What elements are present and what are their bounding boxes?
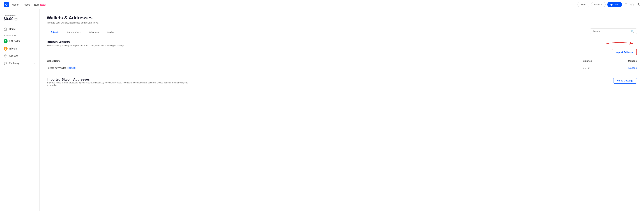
sidebar-balance: Total Balance $0.00 ▾ bbox=[0, 13, 39, 24]
wallets-section-title: Bitcoin Wallets bbox=[47, 40, 125, 44]
exchange-icon bbox=[4, 61, 7, 65]
balance-chevron[interactable]: ▾ bbox=[14, 17, 18, 20]
cell-manage: Manage bbox=[619, 66, 637, 69]
wallet-name-text: Private Key Wallet bbox=[47, 67, 66, 69]
imported-section: Imported Bitcoin Addresses Imported fund… bbox=[47, 78, 637, 86]
topnav-home[interactable]: Home bbox=[12, 3, 18, 6]
logo[interactable] bbox=[4, 2, 9, 7]
balance-label: Total Balance bbox=[4, 14, 36, 16]
manage-link[interactable]: Manage bbox=[628, 67, 637, 69]
imported-section-desc: Imported funds are not protected by your… bbox=[47, 81, 190, 86]
btc-icon: ₿ bbox=[4, 47, 8, 51]
search-input[interactable] bbox=[592, 30, 630, 33]
trade-button[interactable]: ⊕ Trade bbox=[607, 2, 622, 7]
verify-message-button[interactable]: Verify Message bbox=[613, 78, 637, 84]
topnav-prices[interactable]: Prices bbox=[23, 3, 30, 6]
imported-header-row: Imported Bitcoin Addresses Imported fund… bbox=[47, 78, 637, 86]
red-arrow-annotation bbox=[604, 40, 637, 47]
topnav-earn[interactable]: Earn NEW bbox=[34, 3, 46, 6]
table-row: Private Key Wallet Default 0 BTC Manage bbox=[47, 64, 637, 72]
trade-plus-icon: ⊕ bbox=[610, 3, 612, 6]
tab-bitcoin-cash[interactable]: Bitcoin Cash bbox=[63, 29, 85, 36]
airdrop-icon bbox=[4, 54, 7, 58]
col-header-manage: Manage bbox=[619, 60, 637, 62]
external-link-icon: ↗ bbox=[34, 62, 36, 64]
refresh-icon[interactable] bbox=[630, 2, 634, 7]
imported-header-left: Imported Bitcoin Addresses Imported fund… bbox=[47, 78, 190, 86]
sidebar-nav: Home Portfolio $ US Dollar ₿ Bitcoin Air… bbox=[0, 25, 39, 67]
home-icon bbox=[4, 27, 7, 31]
tabs-bar: Bitcoin Bitcoin Cash Ethereum Stellar bbox=[47, 29, 118, 36]
earn-new-badge: NEW bbox=[40, 3, 46, 6]
wallets-table: Wallet Name Balance Manage Private Key W… bbox=[47, 58, 637, 72]
sidebar-item-home[interactable]: Home bbox=[0, 25, 39, 33]
topnav-links: Home Prices Earn NEW bbox=[12, 3, 46, 6]
col-header-balance: Balance bbox=[583, 60, 619, 62]
svg-point-5 bbox=[5, 55, 6, 56]
sidebar-item-bitcoin[interactable]: ₿ Bitcoin bbox=[0, 45, 39, 52]
wallets-header: Bitcoin Wallets Wallets allow you to org… bbox=[47, 40, 125, 47]
send-button[interactable]: Send bbox=[578, 2, 589, 7]
topnav: Home Prices Earn NEW Send Receive ⊕ Trad… bbox=[0, 0, 644, 9]
sidebar: Total Balance $0.00 ▾ Home Portfolio $ U… bbox=[0, 9, 40, 211]
mobile-icon[interactable] bbox=[624, 2, 628, 7]
portfolio-label: Portfolio bbox=[0, 33, 39, 37]
layout: Total Balance $0.00 ▾ Home Portfolio $ U… bbox=[0, 9, 644, 211]
tab-stellar[interactable]: Stellar bbox=[103, 29, 118, 36]
sidebar-item-exchange[interactable]: Exchange ↗ bbox=[0, 60, 39, 67]
receive-button[interactable]: Receive bbox=[591, 2, 606, 7]
col-header-wallet-name: Wallet Name bbox=[47, 60, 583, 62]
page-title: Wallets & Addresses bbox=[47, 15, 637, 21]
imported-section-title: Imported Bitcoin Addresses bbox=[47, 78, 190, 81]
sidebar-item-airdrops[interactable]: Airdrops bbox=[0, 52, 39, 60]
search-icon[interactable]: 🔍 bbox=[631, 30, 634, 33]
svg-point-4 bbox=[638, 3, 639, 4]
profile-icon[interactable] bbox=[636, 2, 640, 7]
default-badge: Default bbox=[67, 67, 76, 69]
main-content: Wallets & Addresses Manage your wallets,… bbox=[40, 9, 644, 211]
cell-balance: 0 BTC bbox=[583, 67, 619, 69]
search-bar: 🔍 bbox=[590, 28, 637, 34]
usd-icon: $ bbox=[4, 39, 8, 43]
svg-point-1 bbox=[6, 4, 7, 5]
cell-wallet-name: Private Key Wallet Default bbox=[47, 67, 583, 69]
balance-amount: $0.00 ▾ bbox=[4, 16, 36, 21]
tab-ethereum[interactable]: Ethereum bbox=[85, 29, 103, 36]
import-address-button[interactable]: Import Address bbox=[612, 49, 637, 55]
table-header: Wallet Name Balance Manage bbox=[47, 58, 637, 64]
page-subtitle: Manage your wallets, addresses and priva… bbox=[47, 21, 637, 24]
wallets-section-desc: Wallets allow you to organize your funds… bbox=[47, 44, 125, 47]
topnav-right: Send Receive ⊕ Trade bbox=[578, 2, 640, 7]
svg-rect-2 bbox=[625, 3, 627, 6]
tab-bitcoin[interactable]: Bitcoin bbox=[47, 29, 63, 36]
sidebar-item-usdollar[interactable]: $ US Dollar bbox=[0, 37, 39, 45]
